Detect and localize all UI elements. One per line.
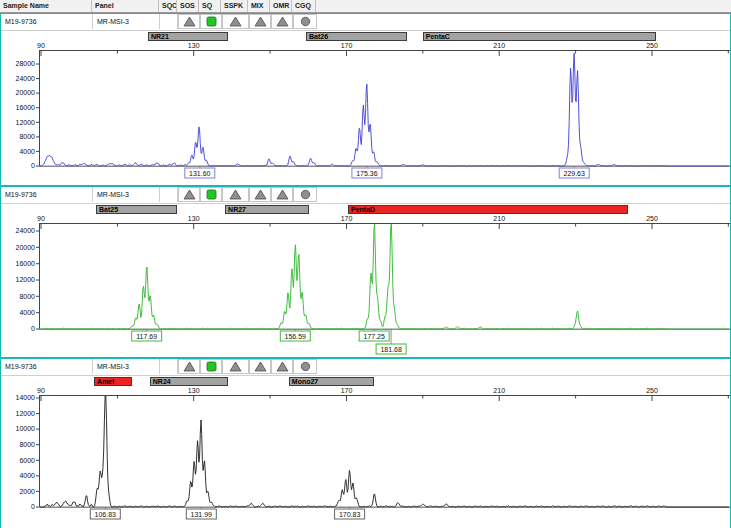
column-header-panel[interactable]: Panel xyxy=(92,0,159,12)
svg-text:0: 0 xyxy=(31,503,35,510)
sample-name-cell[interactable]: M19-9736 xyxy=(1,187,93,202)
svg-text:229.63: 229.63 xyxy=(563,170,585,177)
column-header-sample-name[interactable]: Sample Name xyxy=(0,0,92,12)
svg-text:8000: 8000 xyxy=(19,133,35,140)
flag-cell-sspk[interactable] xyxy=(222,359,249,374)
peak-size-label[interactable]: 181.68 xyxy=(376,344,406,354)
column-header-cgq[interactable]: CGQ xyxy=(292,0,316,12)
electropherogram-plot[interactable]: 02000400060008000100001200014000106.8313… xyxy=(1,395,730,522)
circle-icon xyxy=(300,189,311,200)
svg-text:4000: 4000 xyxy=(19,472,35,479)
column-header-sspk[interactable]: SSPK xyxy=(221,0,248,12)
svg-text:24000: 24000 xyxy=(16,227,36,234)
column-header-row: Sample NamePanelSQOSOSSQSSPKMIXOMRCGQ xyxy=(0,0,731,13)
peak-size-label[interactable]: 131.99 xyxy=(186,509,216,519)
flag-cell-sq[interactable] xyxy=(200,359,222,374)
svg-text:12000: 12000 xyxy=(16,276,36,283)
plot-canvas: 04000800012000160002000024000117.69156.5… xyxy=(1,223,730,357)
peak-size-label[interactable]: 175.36 xyxy=(352,168,382,178)
sample-info-row: M19-9736 MR-MSI-3 xyxy=(1,14,730,31)
flag-cell-sq[interactable] xyxy=(200,187,222,202)
svg-text:106.83: 106.83 xyxy=(95,511,117,518)
x-axis-tick-label: 170 xyxy=(335,42,359,50)
sample-plot-panel-2[interactable]: M19-9736 MR-MSI-3 Bat25NR27PentaD 901301… xyxy=(0,186,731,358)
svg-text:28000: 28000 xyxy=(16,60,36,67)
x-axis-labels: 90130170210250 xyxy=(1,387,730,395)
triangle-icon xyxy=(183,361,196,372)
sqo-cell xyxy=(160,359,178,374)
x-axis-tick-label: 250 xyxy=(640,215,664,223)
flag-cell-sos[interactable] xyxy=(178,359,200,374)
triangle-icon xyxy=(183,189,196,200)
flag-cell-omr[interactable] xyxy=(271,14,293,29)
triangle-icon xyxy=(229,189,242,200)
panel-name-cell[interactable]: MR-MSI-3 xyxy=(93,14,160,29)
x-axis-tick-label: 170 xyxy=(335,387,359,395)
flag-cell-mix[interactable] xyxy=(249,187,271,202)
column-header-mix[interactable]: MIX xyxy=(248,0,270,12)
triangle-icon xyxy=(276,16,289,27)
flag-cell-sspk[interactable] xyxy=(222,187,249,202)
flag-cell-sos[interactable] xyxy=(178,14,200,29)
plot-canvas: 0400080001200016000200002400028000131.60… xyxy=(1,50,730,181)
sample-plot-panel-1[interactable]: M19-9736 MR-MSI-3 NR21Bat26PentaC 901301… xyxy=(0,13,731,186)
triangle-icon xyxy=(276,189,289,200)
peak-size-label[interactable]: 131.60 xyxy=(185,168,215,178)
panel-name: MR-MSI-3 xyxy=(97,18,129,25)
x-axis-tick-label: 250 xyxy=(640,387,664,395)
sample-name-cell[interactable]: M19-9736 xyxy=(1,14,93,29)
peak-size-label[interactable]: 106.83 xyxy=(90,509,120,519)
triangle-icon xyxy=(254,16,267,27)
svg-text:117.69: 117.69 xyxy=(136,333,157,340)
marker-bar-nr24: NR24 xyxy=(150,377,228,386)
panel-name-cell[interactable]: MR-MSI-3 xyxy=(93,187,160,202)
svg-text:175.36: 175.36 xyxy=(356,170,378,177)
green-square-icon xyxy=(206,189,217,200)
triangle-icon xyxy=(276,361,289,372)
plot-canvas: 02000400060008000100001200014000106.8313… xyxy=(1,395,730,522)
column-header-omr[interactable]: OMR xyxy=(270,0,292,12)
x-axis-tick-label: 90 xyxy=(29,387,53,395)
flag-cell-omr[interactable] xyxy=(271,187,293,202)
svg-text:0: 0 xyxy=(31,162,35,169)
column-header-sos[interactable]: SOS xyxy=(177,0,199,12)
peak-size-label[interactable]: 170.83 xyxy=(335,509,365,519)
x-axis-labels: 90130170210250 xyxy=(1,42,730,50)
svg-text:24000: 24000 xyxy=(16,75,36,82)
sample-name-cell[interactable]: M19-9736 xyxy=(1,359,93,374)
electropherogram-plot[interactable]: 04000800012000160002000024000117.69156.5… xyxy=(1,223,730,357)
peak-size-label[interactable]: 229.63 xyxy=(559,168,589,178)
x-axis-tick-label: 210 xyxy=(487,42,511,50)
flag-cell-cgq[interactable] xyxy=(293,187,317,202)
sample-plot-panel-3[interactable]: M19-9736 MR-MSI-3 AmelNR24Mono27 9013017… xyxy=(0,358,731,528)
flag-cell-mix[interactable] xyxy=(249,359,271,374)
electropherogram-plot[interactable]: 0400080001200016000200002400028000131.60… xyxy=(1,50,730,181)
x-axis-tick-label: 170 xyxy=(335,215,359,223)
sample-info-row: M19-9736 MR-MSI-3 xyxy=(1,359,730,376)
flag-cell-sq[interactable] xyxy=(200,14,222,29)
panel-name-cell[interactable]: MR-MSI-3 xyxy=(93,359,160,374)
peak-size-label[interactable]: 117.69 xyxy=(132,331,162,341)
svg-text:12000: 12000 xyxy=(16,119,36,126)
x-axis-tick-label: 130 xyxy=(182,215,206,223)
svg-text:20000: 20000 xyxy=(16,89,36,96)
svg-text:8000: 8000 xyxy=(19,441,35,448)
column-header-sq[interactable]: SQ xyxy=(199,0,221,12)
flag-cell-cgq[interactable] xyxy=(293,14,317,29)
marker-bar-row: NR21Bat26PentaC xyxy=(1,31,730,42)
flag-cell-omr[interactable] xyxy=(271,359,293,374)
peak-size-label[interactable]: 177.25 xyxy=(359,331,389,341)
x-axis-tick-label: 210 xyxy=(487,215,511,223)
flag-cell-sspk[interactable] xyxy=(222,14,249,29)
green-square-icon xyxy=(206,361,217,372)
peak-size-label[interactable]: 156.59 xyxy=(280,331,310,341)
sqo-cell xyxy=(160,187,178,202)
flag-cell-cgq[interactable] xyxy=(293,359,317,374)
svg-text:2000: 2000 xyxy=(19,488,35,495)
svg-text:10000: 10000 xyxy=(16,425,36,432)
flag-cell-sos[interactable] xyxy=(178,187,200,202)
column-header-sqo[interactable]: SQO xyxy=(159,0,177,12)
sqo-cell xyxy=(160,14,178,29)
green-square-icon xyxy=(206,16,217,27)
flag-cell-mix[interactable] xyxy=(249,14,271,29)
